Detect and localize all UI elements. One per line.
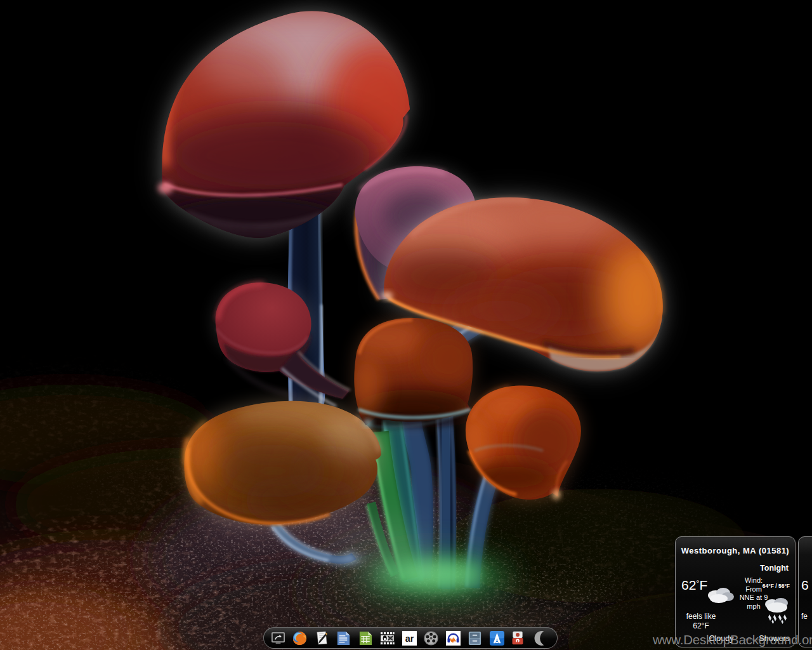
svg-text:ar: ar: [405, 633, 414, 644]
